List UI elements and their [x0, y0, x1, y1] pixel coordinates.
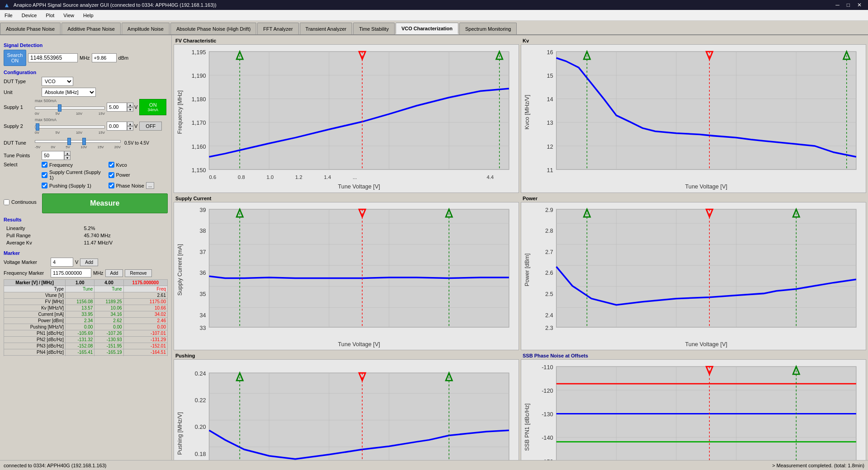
power-input[interactable]: [92, 53, 117, 62]
supply2-row: Supply 2 max 500mA 0V5V10V15V ▲ ▼ V: [4, 118, 168, 135]
measure-button[interactable]: Measure: [42, 193, 168, 213]
svg-text:-140: -140: [542, 435, 553, 441]
pn2-label: PN2 [dBc/Hz]: [4, 337, 66, 343]
supply1-label: Supply 1: [4, 104, 33, 110]
pn3-label: PN3 [dBc/Hz]: [4, 343, 66, 349]
supply2-voltage-input[interactable]: [107, 122, 127, 131]
voltage-marker-input[interactable]: [51, 258, 73, 267]
tab-transient-analyzer[interactable]: Transient Analyzer: [300, 23, 353, 34]
svg-text:Tune Voltage [V]: Tune Voltage [V]: [685, 183, 727, 190]
pushing-check-label: Pushing (Supply 1): [49, 183, 91, 188]
search-button[interactable]: SearchON: [4, 50, 26, 66]
ssb-pn-chart-container: SSB Phase Noise at Offsets: [521, 352, 866, 460]
svg-text:-110: -110: [542, 364, 553, 371]
menu-device[interactable]: Device: [17, 10, 42, 20]
pn4-val3: -164.51: [123, 349, 167, 356]
freq-marker-input[interactable]: [51, 268, 91, 277]
kv-chart-svg: 16 15 14 13 12 11 Tune Voltage [V] Kvco …: [521, 45, 866, 193]
tab-absolute-phase-noise[interactable]: Absolute Phase Noise: [0, 23, 61, 34]
kvco-checkbox[interactable]: [108, 162, 114, 168]
minimize-button[interactable]: ─: [833, 2, 842, 8]
supply2-max-label: max 500mA: [35, 118, 105, 122]
svg-text:4.4: 4.4: [486, 174, 494, 180]
phase-noise-checkbox[interactable]: [108, 183, 114, 188]
menu-help[interactable]: Help: [79, 10, 98, 20]
svg-text:Kvco [MHz/V]: Kvco [MHz/V]: [524, 95, 530, 130]
pn1-label: PN1 [dBc/Hz]: [4, 330, 66, 337]
tune-points-down[interactable]: ▼: [64, 155, 71, 160]
supply2-slider[interactable]: 0V5V10V15V: [35, 122, 105, 135]
svg-text:13: 13: [547, 120, 553, 126]
supply-current-chart-svg: 39 38 37 36 35 34 33 Tune Voltage [V] Su…: [174, 202, 519, 350]
svg-text:2.4: 2.4: [545, 312, 553, 318]
marker-table-container[interactable]: Marker [V] / [MHz] 1.00 4.00 1175.000000…: [4, 279, 168, 356]
current-val3: 34.02: [123, 311, 167, 318]
tune-points-up[interactable]: ▲: [64, 151, 71, 155]
tab-fft-analyzer[interactable]: FFT Analyzer: [257, 23, 298, 34]
svg-text:2.6: 2.6: [545, 270, 553, 276]
tab-vco-characterization[interactable]: VCO Characterization: [396, 23, 458, 34]
svg-text:35: 35: [199, 291, 206, 297]
supply-current-checkbox[interactable]: [42, 172, 47, 178]
power-checkbox[interactable]: [108, 172, 114, 178]
supply1-voltage-input[interactable]: [107, 103, 127, 112]
pn4-label: PN4 [dBc/Hz]: [4, 349, 66, 356]
svg-text:Tune Voltage [V]: Tune Voltage [V]: [338, 341, 380, 348]
menu-file[interactable]: File: [0, 10, 17, 20]
tabbar: Absolute Phase Noise Additive Phase Nois…: [0, 21, 868, 35]
menu-plot[interactable]: Plot: [41, 10, 59, 20]
frequency-checkbox[interactable]: [42, 162, 47, 168]
dut-tune-slider[interactable]: -5V0V5V10V15V20V: [35, 136, 121, 149]
kv-chart-title: Kv: [521, 37, 866, 44]
marker-header-2: 4.00: [94, 280, 123, 286]
menu-view[interactable]: View: [59, 10, 79, 20]
pushing-checkbox[interactable]: [42, 183, 47, 188]
svg-text:1,195: 1,195: [192, 49, 206, 56]
svg-text:1,180: 1,180: [192, 96, 206, 103]
supply2-down-arrow[interactable]: ▼: [127, 126, 133, 131]
svg-text:2.3: 2.3: [545, 324, 553, 331]
close-button[interactable]: ✕: [854, 2, 864, 8]
supply2-up-arrow[interactable]: ▲: [127, 122, 133, 126]
tab-additive-phase-noise[interactable]: Additive Phase Noise: [61, 23, 121, 34]
tab-amplitude-noise[interactable]: Amplitude Noise: [122, 23, 170, 34]
type-val2: Tune: [94, 286, 123, 292]
tune-points-input[interactable]: [42, 151, 64, 160]
statusbar: connected to 0334: APPH40G (192.168.1.16…: [0, 460, 868, 470]
tab-time-stability[interactable]: Time Stability: [353, 23, 395, 34]
add-voltage-marker-button[interactable]: Add: [80, 258, 98, 266]
svg-text:16: 16: [547, 49, 553, 56]
freq-marker-label: Frequency Marker: [4, 270, 49, 276]
svg-text:2.7: 2.7: [545, 249, 553, 255]
tab-absolute-phase-noise-high-drift[interactable]: Absolute Phase Noise (High Drift): [170, 23, 256, 34]
dut-type-select[interactable]: VCO: [42, 77, 73, 86]
supply2-off-button[interactable]: OFF: [139, 122, 162, 131]
kv-val2: 10.06: [94, 305, 123, 311]
tab-spectrum-monitoring[interactable]: Spectrum Monitoring: [459, 23, 517, 34]
remove-marker-button[interactable]: Remove: [125, 269, 151, 277]
supply1-down-arrow[interactable]: ▼: [127, 107, 133, 112]
unit-select[interactable]: Absolute [MHz]: [42, 88, 96, 97]
supply1-up-arrow[interactable]: ▲: [127, 103, 133, 107]
avg-kv-row: Average Kv 11.47 MHz/V: [5, 240, 167, 246]
continuous-checkbox[interactable]: [4, 199, 9, 205]
voltage-marker-row: Voltage Marker V Add: [4, 258, 168, 267]
results-table: Linearity 5.2% Pull Range 45.740 MHz Ave…: [4, 224, 168, 247]
restore-button[interactable]: □: [844, 2, 853, 8]
supply1-on-button[interactable]: ON34mA: [139, 99, 166, 115]
frequency-input[interactable]: [28, 53, 78, 62]
add-freq-marker-button[interactable]: Add: [105, 269, 123, 277]
fv-val1: 1156.08: [66, 299, 94, 305]
fv-chart-area: 1,195 1,190 1,180 1,170 1,160 1,150 0.6 …: [174, 44, 519, 193]
supply1-slider[interactable]: 0V5V10V15V: [35, 103, 105, 116]
dut-tune-range: 0.5V to 4.5V: [124, 141, 149, 146]
pull-range-row: Pull Range 45.740 MHz: [5, 232, 167, 239]
supply2-unit: V: [134, 123, 137, 129]
check-supply-current: Supply Current (Supply 1): [42, 169, 101, 180]
svg-text:38: 38: [199, 228, 206, 234]
svg-text:Pushing [MHz/V]: Pushing [MHz/V]: [177, 412, 183, 455]
kv-val1: 13.57: [66, 305, 94, 311]
fv-row: FV [MHz] 1156.08 1189.25 1175.00: [4, 299, 168, 305]
pn1-val3: -107.01: [123, 330, 167, 337]
phase-noise-options-button[interactable]: ...: [146, 182, 154, 189]
